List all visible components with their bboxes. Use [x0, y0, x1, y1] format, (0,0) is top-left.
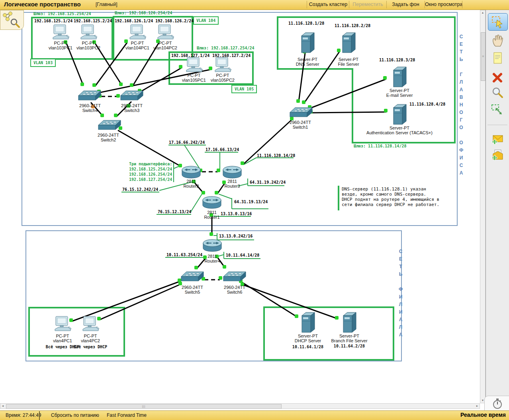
device-vlan4PC2[interactable]: [81, 316, 100, 334]
hand-icon: [491, 34, 504, 47]
device-label-Switch1: 2960-24TT Switch1: [260, 120, 340, 130]
network-link[interactable]: [312, 112, 386, 113]
port-status-light: [100, 114, 104, 117]
device-Switch5[interactable]: [181, 271, 204, 285]
ip-label-vlan103PC1: 192.168.125.1/24: [34, 19, 72, 23]
device-vlan105PC1[interactable]: [185, 57, 203, 75]
port-status-light: [209, 232, 213, 236]
fast-forward-button[interactable]: Fast Forward Time: [107, 412, 147, 418]
set-background-button[interactable]: Задать фон: [387, 0, 425, 9]
device-label-vlan104PC2: PC-PT vlan104PC2: [125, 41, 205, 50]
device-vlan103PC1[interactable]: [51, 24, 70, 42]
place-note-tool-button[interactable]: [488, 50, 507, 67]
port-status-light: [384, 109, 388, 112]
power-cycle-button[interactable]: Сбросить по питанию: [51, 412, 99, 418]
device-vlan105PC2[interactable]: [213, 57, 232, 75]
vertical-scroll-thumb[interactable]: ≡: [481, 32, 486, 81]
interface-label-r4_sw6: 10.11.64.14/28: [226, 253, 259, 258]
label-callout-line: [174, 166, 179, 169]
device-Router1[interactable]: [202, 196, 221, 212]
port-status-light: [295, 314, 298, 318]
port-status-light: [209, 67, 212, 70]
port-status-light: [179, 65, 182, 69]
ip-label-vlan103PC2: 192.168.125.2/24: [74, 19, 112, 23]
open-envelope-plus-icon: [491, 148, 504, 162]
device-auth[interactable]: [393, 104, 407, 126]
device-Switch2[interactable]: [98, 120, 121, 133]
device-file[interactable]: [342, 32, 356, 55]
device-Router4[interactable]: [203, 239, 222, 255]
workspace-tab[interactable]: [Главный]: [96, 2, 117, 7]
device-Switch6[interactable]: [223, 271, 246, 285]
device-Switch4[interactable]: [78, 90, 101, 104]
delete-tool-button[interactable]: [488, 69, 507, 86]
toolbar-separator: [462, 1, 462, 8]
device-vlan4PC1[interactable]: [53, 316, 72, 334]
cluster-navigation-icon[interactable]: [0, 10, 24, 30]
magnifier-icon: [491, 86, 504, 100]
viewport-button[interactable]: Окно просмотра: [425, 0, 462, 9]
realtime-mode-label[interactable]: Реальное время: [441, 412, 506, 418]
add-complex-pdu-tool-button[interactable]: [488, 147, 507, 163]
cluster-outline: [32, 18, 112, 59]
ip-label-auth: 11.116.128.4/28: [409, 102, 445, 106]
realtime-mode-tab[interactable]: [484, 396, 509, 412]
horizontal-scrollbar[interactable]: ◄ ||| ►: [0, 403, 480, 409]
select-icon: [491, 15, 505, 29]
resize-shape-tool-button[interactable]: [488, 102, 507, 119]
port-status-light: [130, 83, 133, 87]
toolbar-separator: [307, 1, 307, 8]
device-Switch3[interactable]: [120, 90, 143, 104]
device-email[interactable]: [393, 67, 407, 89]
device-label-vlan105PC2: PC-PT vlan105PC2: [183, 73, 262, 82]
port-status-light: [80, 82, 84, 86]
logical-workspace-canvas[interactable]: Шлюз: 192.168.125.254/24 Шлюз: 192.168.1…: [0, 10, 480, 403]
inspect-tool-button[interactable]: [488, 84, 507, 101]
create-cluster-button[interactable]: Создать кластер: [307, 0, 349, 9]
move-layout-tool-button[interactable]: [488, 32, 507, 49]
select-tool-button[interactable]: [488, 13, 508, 31]
port-status-light: [194, 266, 198, 269]
vlan105-tag: VLAN 105: [231, 85, 257, 93]
device-label-vlan4PC2: PC-PT vlan4PC2: [51, 334, 130, 343]
scroll-left-icon[interactable]: ◄: [0, 404, 5, 408]
note-line: сети филиала сервер DHCP не работает.: [342, 202, 439, 207]
device-vlan104PC1[interactable]: [128, 24, 147, 42]
delete-icon: [491, 71, 504, 84]
device-bfile[interactable]: [343, 312, 357, 334]
horizontal-scroll-thumb[interactable]: |||: [6, 404, 282, 409]
port-status-light: [223, 265, 226, 269]
port-status-light: [383, 76, 387, 80]
note-line: везде, кроме самого DNS-сервера.: [342, 192, 426, 197]
add-simple-pdu-tool-button[interactable]: [488, 131, 507, 147]
vlan103-tag: VLAN 103: [30, 59, 56, 67]
device-label-file: Server-PT File Server: [309, 57, 388, 67]
device-dhcp[interactable]: [301, 312, 315, 334]
ip-label-vlan104PC1: 192.168.126.1/24: [115, 19, 153, 23]
scroll-up-icon[interactable]: ▲: [480, 10, 485, 15]
move-object-button[interactable]: Переместить: [349, 0, 386, 9]
vertical-scrollbar[interactable]: ▲ ≡ ▼: [480, 10, 486, 403]
envelope-plus-icon: [491, 132, 504, 146]
port-status-light: [241, 161, 244, 165]
gateway-note-vlan103: Шлюз: 192.168.125.254/24: [33, 12, 91, 16]
device-Switch1[interactable]: [290, 107, 313, 121]
port-status-light: [335, 316, 339, 320]
cluster-magnifier-icon: [0, 10, 23, 29]
device-vlan104PC2[interactable]: [156, 24, 174, 42]
region-label-main-office: С Е Т Ь Г Л А В Н О Г О О Ф И С А: [458, 33, 464, 177]
port-status-light: [217, 169, 220, 172]
port-status-light: [302, 100, 305, 104]
device-dns[interactable]: [301, 32, 315, 55]
device-note-vlan4PC2: Всё через DHCP: [57, 345, 124, 349]
ip-label-file: 11.116.128.2/28: [335, 24, 370, 28]
device-label-Switch6: 2960-24TT Switch6: [195, 285, 274, 294]
device-vlan103PC2[interactable]: [79, 24, 98, 42]
port-status-light: [202, 191, 205, 194]
device-ip-bfile: 10.11.64.2/28: [315, 344, 383, 348]
scroll-right-icon[interactable]: ►: [475, 404, 480, 408]
stopwatch-icon: [489, 396, 505, 411]
packet-tracer-window: Логическое пространство [Главный] Создат…: [0, 0, 509, 420]
workspace-tools-toolbar: [486, 10, 509, 403]
resize-icon: [491, 104, 504, 117]
